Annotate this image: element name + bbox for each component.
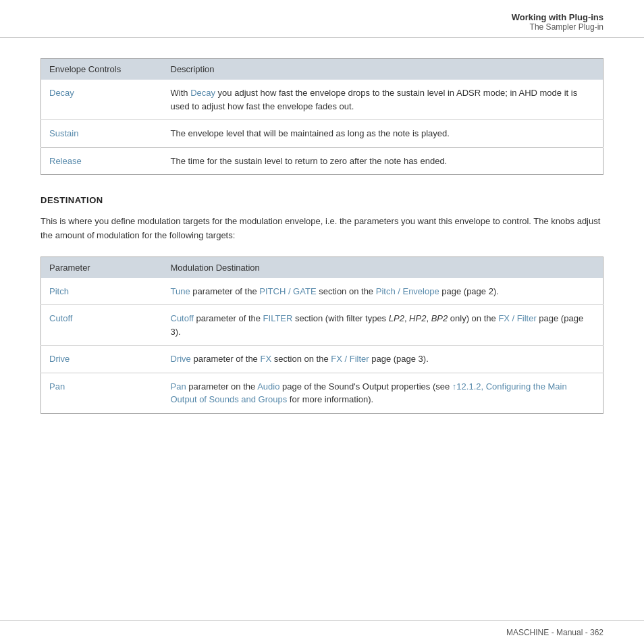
destination-table: Parameter Modulation Destination Pitch T… [41, 257, 603, 414]
destination-desc-cutoff: Cutoff parameter of the FILTER section (… [163, 305, 603, 346]
sustain-link[interactable]: Sustain [49, 128, 78, 138]
table-row: Drive Drive parameter of the FX section … [41, 346, 603, 373]
table-row: Decay With Decay you adjust how fast the… [41, 80, 603, 120]
pan-inline-link[interactable]: Pan [171, 381, 186, 392]
envelope-table-header-row: Envelope Controls Description [41, 59, 603, 80]
destination-desc-pitch: Tune parameter of the PITCH / GATE secti… [163, 278, 603, 305]
destination-param-pan: Pan [41, 373, 163, 413]
section-link[interactable]: ↑12.1.2, Configuring the Main Output of … [171, 381, 567, 405]
destination-table-header-row: Parameter Modulation Destination [41, 257, 603, 278]
pan-link[interactable]: Pan [49, 381, 65, 392]
fx-filter-link-cutoff[interactable]: FX / Filter [498, 313, 536, 323]
drive-inline-link[interactable]: Drive [171, 354, 191, 364]
destination-desc-pan: Pan parameter on the Audio page of the S… [163, 373, 603, 413]
cutoff-inline-link[interactable]: Cutoff [171, 313, 194, 323]
envelope-param-decay: Decay [41, 80, 163, 120]
envelope-col1-header: Envelope Controls [41, 59, 163, 80]
table-row: Release The time for the sustain level t… [41, 147, 603, 175]
hp2-text: HP2 [409, 313, 426, 323]
table-row: Cutoff Cutoff parameter of the FILTER se… [41, 305, 603, 346]
bp2-text: BP2 [431, 313, 448, 323]
cutoff-link[interactable]: Cutoff [49, 313, 72, 323]
page-container: Working with Plug-ins The Sampler Plug-i… [0, 0, 644, 644]
envelope-param-release: Release [41, 147, 163, 175]
fx-filter-link-drive[interactable]: FX / Filter [331, 354, 369, 364]
footer-text: MASCHINE - Manual - 362 [506, 628, 603, 637]
audio-link[interactable]: Audio [257, 381, 279, 392]
destination-intro: This is where you define modulation targ… [41, 215, 603, 243]
drive-link[interactable]: Drive [49, 354, 70, 364]
header-title: Working with Plug-ins [41, 12, 603, 22]
envelope-col2-header: Description [163, 59, 603, 80]
tune-link[interactable]: Tune [171, 286, 190, 296]
destination-param-drive: Drive [41, 346, 163, 373]
decay-inline-link[interactable]: Decay [190, 88, 215, 98]
pitch-link[interactable]: Pitch [49, 286, 69, 296]
release-link[interactable]: Release [49, 156, 82, 166]
page-header: Working with Plug-ins The Sampler Plug-i… [0, 0, 644, 38]
destination-heading: DESTINATION [41, 195, 603, 205]
destination-desc-drive: Drive parameter of the FX section on the… [163, 346, 603, 373]
main-content: Envelope Controls Description Decay With… [0, 38, 644, 475]
lp2-text: LP2 [389, 313, 404, 323]
table-row: Sustain The envelope level that will be … [41, 120, 603, 148]
destination-col1-header: Parameter [41, 257, 163, 278]
envelope-desc-release: The time for the sustain level to return… [163, 147, 603, 175]
decay-link[interactable]: Decay [49, 88, 74, 98]
envelope-controls-table: Envelope Controls Description Decay With… [41, 58, 603, 175]
table-row: Pitch Tune parameter of the PITCH / GATE… [41, 278, 603, 305]
envelope-param-sustain: Sustain [41, 120, 163, 148]
pitch-gate-link[interactable]: PITCH / GATE [259, 286, 316, 296]
envelope-desc-sustain: The envelope level that will be maintain… [163, 120, 603, 148]
destination-col2-header: Modulation Destination [163, 257, 603, 278]
header-subtitle: The Sampler Plug-in [41, 22, 603, 32]
table-row: Pan Pan parameter on the Audio page of t… [41, 373, 603, 413]
filter-link[interactable]: FILTER [263, 313, 293, 323]
pitch-envelope-link[interactable]: Pitch / Envelope [376, 286, 439, 296]
page-footer: MASCHINE - Manual - 362 [0, 620, 644, 644]
fx-link[interactable]: FX [260, 354, 271, 364]
envelope-desc-decay: With Decay you adjust how fast the envel… [163, 80, 603, 120]
destination-param-cutoff: Cutoff [41, 305, 163, 346]
destination-param-pitch: Pitch [41, 278, 163, 305]
